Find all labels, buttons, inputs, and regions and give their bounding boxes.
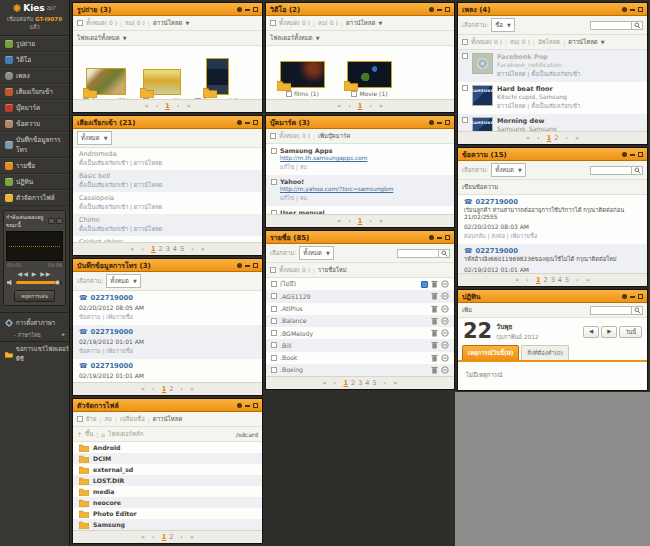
page-number[interactable]: 1 xyxy=(343,379,348,387)
last-page-button[interactable]: » xyxy=(190,533,194,541)
previous-track-button[interactable]: ◀◀ xyxy=(18,270,29,277)
ringtone-actions[interactable]: ตั้งเป็นเสียงเรียกเข้า | ดาวน์โหลด xyxy=(79,158,256,168)
sidebar-item-planner[interactable]: ปฏิทิน xyxy=(0,174,69,190)
folder-row[interactable]: DCIM xyxy=(73,453,262,464)
page-number[interactable]: 4 xyxy=(173,245,177,253)
first-page-button[interactable]: « xyxy=(337,217,341,225)
trash-icon[interactable] xyxy=(431,341,438,349)
ringtone-actions[interactable]: ตั้งเป็นเสียงเรียกเข้า | ดาวน์โหลด xyxy=(79,202,256,212)
trash-icon[interactable] xyxy=(431,329,438,337)
page-number[interactable]: 2 xyxy=(554,134,558,142)
message-actions[interactable]: ตอบกลับ | ส่งต่อ | เพิ่มรายชื่อ xyxy=(464,231,641,241)
video-folder-movie[interactable]: Movie (1) xyxy=(347,61,392,97)
bookmark-actions[interactable]: แก้ไข | ลบ xyxy=(280,162,449,172)
last-page-button[interactable]: » xyxy=(201,245,205,253)
page-number[interactable]: 2 xyxy=(351,379,355,387)
select-all-checkbox[interactable] xyxy=(462,39,468,45)
song-row[interactable]: Facebook Pop Facebook_notification ดาวน์… xyxy=(458,50,647,82)
contact-checkbox[interactable] xyxy=(271,318,277,324)
trash-icon[interactable] xyxy=(431,292,438,300)
contact-row[interactable]: (ไม่มี) xyxy=(266,278,454,290)
page-number[interactable]: 1 xyxy=(358,102,363,110)
folder-filter-dropdown[interactable]: โฟลเดอร์ทั้งหมด xyxy=(77,33,120,43)
download-button[interactable]: ดาวน์โหลด xyxy=(568,37,598,47)
folder-row[interactable]: Samsung xyxy=(73,519,262,530)
next-day-button[interactable]: ▶ xyxy=(601,326,617,338)
sidebar-item-bookmarks[interactable]: บุ๊คมาร์ค xyxy=(0,100,69,116)
delete-label[interactable]: ลบ( 0 ) xyxy=(510,37,530,47)
minimize-icon[interactable] xyxy=(437,237,442,239)
refresh-icon[interactable] xyxy=(237,403,242,408)
contacts-filter-dropdown[interactable]: ทั้งหมด▼ xyxy=(299,246,334,260)
last-page-button[interactable]: » xyxy=(379,217,383,225)
remove-icon[interactable] xyxy=(441,280,449,288)
bookmark-checkbox[interactable] xyxy=(271,148,277,154)
play-button[interactable]: ▶ xyxy=(32,270,38,277)
previous-page-button[interactable]: ‹ xyxy=(348,102,351,110)
maximize-icon[interactable] xyxy=(253,7,258,12)
remove-icon[interactable] xyxy=(441,354,449,362)
tab-events[interactable]: เหตุการณ์วันนี้(0) xyxy=(462,345,519,360)
page-number[interactable]: 3 xyxy=(551,276,555,284)
screenshots-folder-thumbnail[interactable] xyxy=(206,58,229,95)
contact-row[interactable]: .BGMelody xyxy=(266,327,454,339)
refresh-icon[interactable] xyxy=(622,7,627,12)
delete-label[interactable]: ลบ( 0 ) xyxy=(125,18,145,28)
bookmark-checkbox[interactable] xyxy=(271,179,277,185)
sidebar-item-call-log[interactable]: บันทึกข้อมูลการโทร xyxy=(0,132,69,158)
trash-icon[interactable] xyxy=(431,305,438,313)
phone-number[interactable]: 022719000 xyxy=(90,294,133,302)
bookmark-url[interactable]: http://m.yahoo.com/?tsrc=samsungbm xyxy=(280,186,449,192)
phone-number[interactable]: 022719000 xyxy=(90,328,133,336)
page-number[interactable]: 2 xyxy=(169,533,173,541)
remove-icon[interactable] xyxy=(441,305,449,313)
refresh-icon[interactable] xyxy=(622,152,627,157)
folder-row[interactable]: external_sd xyxy=(73,464,262,475)
contact-checkbox[interactable] xyxy=(271,367,277,373)
song-row[interactable]: SAMSUNG Hard beat floor Kitschi cupid, S… xyxy=(458,82,647,114)
refresh-icon[interactable] xyxy=(429,120,434,125)
previous-page-button[interactable]: ‹ xyxy=(537,134,540,142)
song-checkbox[interactable] xyxy=(462,117,468,123)
trash-icon[interactable] xyxy=(431,366,438,374)
maximize-icon[interactable] xyxy=(638,294,643,299)
select-all-checkbox[interactable] xyxy=(77,416,83,422)
messages-filter-dropdown[interactable]: ทั้งหมด▼ xyxy=(491,163,526,177)
last-page-button[interactable]: » xyxy=(575,134,579,142)
folder-row[interactable]: media xyxy=(73,486,262,497)
films-folder-thumbnail[interactable] xyxy=(280,61,325,88)
minimize-icon[interactable] xyxy=(245,9,250,11)
last-page-button[interactable]: » xyxy=(190,385,194,393)
first-page-button[interactable]: « xyxy=(130,245,134,253)
page-number[interactable]: 3 xyxy=(166,245,170,253)
first-page-button[interactable]: « xyxy=(145,102,149,110)
folder-row[interactable]: Android xyxy=(73,442,262,453)
download-button[interactable]: ดาวน์โหลด xyxy=(153,18,183,28)
last-page-button[interactable]: » xyxy=(186,102,190,110)
contact-checkbox[interactable] xyxy=(271,293,277,299)
first-page-button[interactable]: « xyxy=(515,276,519,284)
maximize-icon[interactable] xyxy=(253,403,258,408)
image-folder-thumbnail[interactable] xyxy=(143,69,181,95)
download-button[interactable]: ดาวน์โหลด xyxy=(346,18,376,28)
maximize-icon[interactable] xyxy=(445,120,450,125)
message-sender[interactable]: 022719000 xyxy=(475,247,518,255)
maximize-icon[interactable] xyxy=(253,263,258,268)
maximize-icon[interactable] xyxy=(638,152,643,157)
today-button[interactable]: วันนี้ xyxy=(619,326,642,338)
stop-playback-button[interactable]: หยุดการเล่น xyxy=(14,290,55,302)
folder-checkbox[interactable] xyxy=(286,91,292,97)
minimize-icon[interactable] xyxy=(437,9,442,11)
contact-row[interactable]: .AGS1129 xyxy=(266,290,454,302)
sidebar-item-videos[interactable]: วิดีโอ xyxy=(0,52,69,68)
previous-page-button[interactable]: ‹ xyxy=(526,276,529,284)
upload-label[interactable]: อัพโหลด xyxy=(538,37,560,47)
select-all-checkbox[interactable] xyxy=(270,20,276,26)
select-all-checkbox[interactable] xyxy=(270,133,276,139)
contact-row[interactable]: .Bill xyxy=(266,339,454,351)
previous-page-button[interactable]: ‹ xyxy=(348,217,351,225)
folder-sharing[interactable]: ขอการแชร์โฟลเดอร์พีซี xyxy=(0,342,69,366)
page-number[interactable]: 5 xyxy=(372,379,376,387)
minimize-icon[interactable] xyxy=(437,122,442,124)
add-event-button[interactable]: เพิ่ม xyxy=(462,305,472,315)
